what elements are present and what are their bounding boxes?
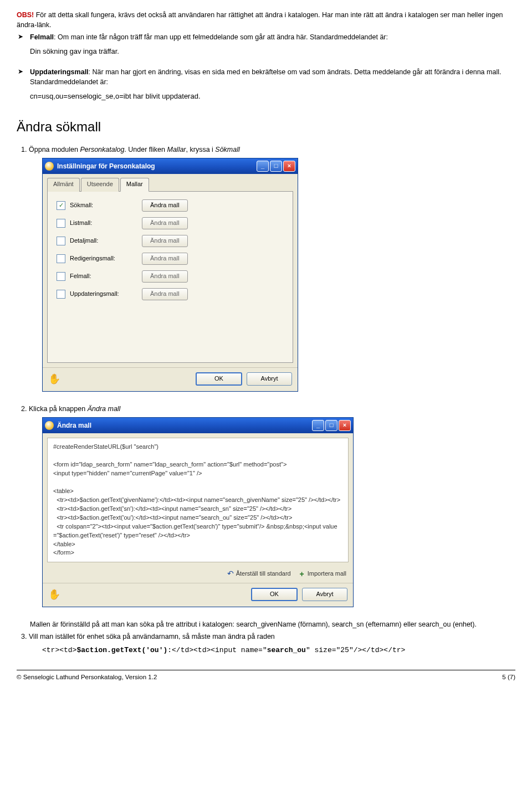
tab-panel: ✓Sökmall:Ändra mallListmall:Ändra mallDe… (47, 191, 293, 363)
plus-icon: + (299, 571, 305, 577)
checkbox[interactable]: ✓ (57, 201, 65, 210)
felmall-sample: Din sökning gav inga träffar. (30, 47, 515, 57)
checkbox[interactable] (57, 237, 65, 245)
template-row: Listmall:Ändra mall (57, 217, 284, 229)
step-1: Öppna modulen Personkatalog. Under flike… (29, 145, 515, 392)
dialog-title: Inställningar för Personkatalog (57, 162, 257, 171)
edit-template-button: Ändra mall (142, 253, 188, 265)
bullet-felmall: Felmall: Om man inte får någon träff får… (17, 32, 515, 42)
template-label: Listmall: (70, 219, 142, 228)
tab-utseende[interactable]: Utseende (81, 178, 119, 192)
hand-icon (48, 373, 60, 385)
obs-label: OBS! (17, 11, 34, 19)
undo-icon (227, 568, 234, 579)
step-2: Klicka på knappen Ändra mall Ändra mall … (29, 404, 515, 607)
obs-text: För att detta skall fungera, krävs det o… (17, 11, 503, 29)
uppd-sample: cn=usq,ou=senselogic_se,o=ibt har blivit… (30, 91, 515, 102)
template-row: Redigeringsmall:Ändra mall (57, 253, 284, 265)
close-button[interactable]: × (283, 161, 295, 172)
footer-left: © Senselogic Lathund Personkatalog, Vers… (17, 673, 157, 682)
template-label: Detaljmall: (70, 237, 142, 245)
settings-dialog: Inställningar för Personkatalog _ □ × Al… (42, 158, 298, 392)
heading-andra-sokmall: Ändra sökmall (17, 117, 515, 137)
maximize-button[interactable]: □ (325, 420, 337, 431)
minimize-button[interactable]: _ (312, 420, 324, 431)
template-label: Uppdateringsmall: (70, 290, 142, 299)
edit-template-button[interactable]: Ändra mall (142, 199, 188, 212)
footer-right: 5 (7) (502, 673, 515, 682)
edit-template-button: Ändra mall (142, 217, 188, 229)
tab-allmant[interactable]: Allmänt (47, 178, 80, 192)
felmall-label: Felmall (30, 33, 54, 41)
import-template-link[interactable]: +Importera mall (299, 568, 346, 579)
edit-template-button: Ändra mall (142, 270, 188, 283)
checkbox[interactable] (57, 219, 65, 228)
hand-icon (48, 588, 60, 601)
template-label: Felmall: (70, 272, 142, 281)
template-row: ✓Sökmall:Ändra mall (57, 199, 284, 212)
after-paragraph: Mallen är förinställd på att man kan sök… (30, 619, 515, 629)
tab-bar: Allmänt Utseende Mallar (43, 174, 298, 191)
template-code-editor[interactable]: #createRenderStateURL($url "search") <fo… (47, 438, 349, 562)
maximize-button[interactable]: □ (270, 161, 282, 172)
app-icon (45, 421, 54, 430)
titlebar-2: Ändra mall _ □ × (43, 418, 353, 433)
tab-mallar[interactable]: Mallar (120, 178, 149, 192)
template-row: Detaljmall:Ändra mall (57, 235, 284, 247)
edit-template-dialog: Ändra mall _ □ × #createRenderStateURL($… (42, 417, 354, 607)
code-sample: <tr><td>$action.getText('ou'):</td><td><… (42, 645, 515, 656)
edit-template-button: Ändra mall (142, 288, 188, 300)
felmall-text: : Om man inte får någon träff får man up… (54, 33, 388, 41)
checkbox[interactable] (57, 272, 65, 281)
uppd-label: Uppdateringsmall (30, 68, 89, 76)
app-icon (45, 162, 54, 171)
template-label: Redigeringsmall: (70, 254, 142, 263)
uppd-text: : När man har gjort en ändring, visas en… (30, 68, 501, 86)
close-button[interactable]: × (339, 420, 351, 431)
dialog2-title: Ändra mall (57, 421, 312, 430)
page-footer: © Senselogic Lathund Personkatalog, Vers… (17, 670, 515, 682)
ok-button[interactable]: OK (196, 372, 242, 386)
template-row: Felmall:Ändra mall (57, 270, 284, 283)
titlebar: Inställningar för Personkatalog _ □ × (43, 158, 298, 174)
step-3: Vill man istället för enhet söka på anvä… (29, 632, 515, 656)
ok-button[interactable]: OK (251, 588, 298, 601)
checkbox[interactable] (57, 254, 65, 263)
dialog2-links: Återställ till standard +Importera mall (43, 567, 353, 582)
template-label: Sökmall: (70, 201, 142, 210)
minimize-button[interactable]: _ (257, 161, 269, 172)
obs-paragraph: OBS! För att detta skall fungera, krävs … (17, 10, 515, 30)
cancel-button[interactable]: Avbryt (247, 372, 292, 386)
reset-to-default-link[interactable]: Återställ till standard (227, 568, 291, 579)
cancel-button[interactable]: Avbryt (302, 588, 347, 601)
edit-template-button: Ändra mall (142, 235, 188, 247)
checkbox[interactable] (57, 290, 65, 299)
template-row: Uppdateringsmall:Ändra mall (57, 288, 284, 300)
bullet-uppdatering: Uppdateringsmall: När man har gjort en ä… (17, 67, 515, 87)
